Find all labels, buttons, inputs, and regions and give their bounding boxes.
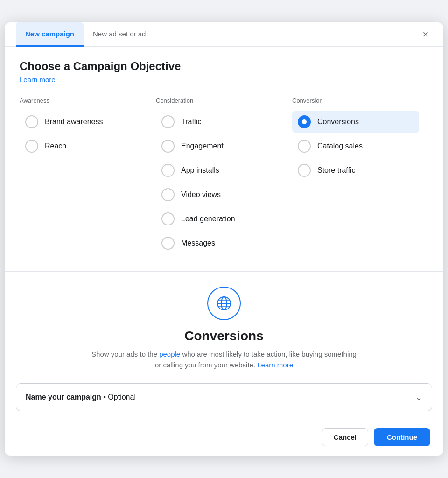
- description-section: Conversions Show your ads to the people …: [20, 272, 428, 383]
- option-traffic[interactable]: Traffic: [156, 111, 283, 133]
- continue-button[interactable]: Continue: [374, 428, 430, 446]
- radio-conversions: [298, 115, 311, 128]
- consideration-label: Consideration: [156, 97, 283, 104]
- learn-more-link-top[interactable]: Learn more: [20, 76, 56, 84]
- radio-video-views: [161, 188, 175, 201]
- awareness-column: Awareness Brand awareness Reach: [20, 97, 156, 256]
- learn-more-inline-link[interactable]: Learn more: [257, 361, 293, 369]
- radio-messages: [161, 237, 175, 250]
- objectives-grid: Awareness Brand awareness Reach Consider…: [20, 97, 428, 256]
- modal-body: Choose a Campaign Objective Learn more A…: [5, 47, 443, 383]
- option-label-brand-awareness: Brand awareness: [45, 118, 103, 126]
- consideration-column: Consideration Traffic Engagement App ins…: [156, 97, 292, 256]
- option-label-messages: Messages: [181, 239, 215, 247]
- modal-header: New campaign New ad set or ad ×: [5, 22, 443, 47]
- option-label-app-installs: App installs: [181, 166, 219, 175]
- radio-brand-awareness: [25, 115, 38, 128]
- option-label-engagement: Engagement: [181, 142, 224, 150]
- close-button[interactable]: ×: [417, 26, 434, 43]
- radio-app-installs: [161, 164, 175, 177]
- radio-store-traffic: [298, 164, 311, 177]
- option-video-views[interactable]: Video views: [156, 183, 283, 206]
- option-label-reach: Reach: [45, 142, 66, 150]
- option-conversions[interactable]: Conversions: [292, 111, 419, 133]
- conversion-column: Conversion Conversions Catalog sales Sto…: [292, 97, 428, 256]
- conversion-label: Conversion: [292, 97, 419, 104]
- option-store-traffic[interactable]: Store traffic: [292, 159, 419, 182]
- radio-lead-generation: [161, 212, 175, 225]
- option-reach[interactable]: Reach: [20, 135, 147, 157]
- description-highlight[interactable]: people: [159, 350, 180, 358]
- radio-traffic: [161, 115, 175, 128]
- option-label-lead-generation: Lead generation: [181, 215, 235, 223]
- radio-engagement: [161, 140, 175, 153]
- option-label-store-traffic: Store traffic: [317, 166, 356, 175]
- page-title: Choose a Campaign Objective: [20, 60, 428, 73]
- option-label-video-views: Video views: [181, 190, 221, 199]
- globe-icon: [207, 287, 241, 320]
- campaign-name-label: Name your campaign • Optional: [26, 393, 136, 401]
- option-app-installs[interactable]: App installs: [156, 159, 283, 182]
- cancel-button[interactable]: Cancel: [322, 428, 368, 446]
- radio-catalog-sales: [298, 140, 311, 153]
- option-engagement[interactable]: Engagement: [156, 135, 283, 157]
- description-text-before: Show your ads to the: [91, 350, 157, 358]
- description-text: Show your ads to the people who are most…: [89, 349, 359, 370]
- option-messages[interactable]: Messages: [156, 232, 283, 254]
- option-brand-awareness[interactable]: Brand awareness: [20, 111, 147, 133]
- description-text-after-content: who are most likely to take action, like…: [155, 350, 357, 369]
- new-campaign-modal: New campaign New ad set or ad × Choose a…: [5, 22, 443, 456]
- tab-new-campaign[interactable]: New campaign: [16, 22, 84, 47]
- radio-reach: [25, 140, 38, 153]
- modal-footer: Cancel Continue: [5, 421, 443, 456]
- description-title: Conversions: [184, 329, 264, 344]
- awareness-label: Awareness: [20, 97, 147, 104]
- option-catalog-sales[interactable]: Catalog sales: [292, 135, 419, 157]
- option-label-traffic: Traffic: [181, 118, 202, 126]
- tab-new-ad-set[interactable]: New ad set or ad: [84, 22, 155, 47]
- chevron-down-icon: ⌄: [415, 392, 422, 402]
- option-label-catalog-sales: Catalog sales: [317, 142, 363, 150]
- campaign-name-accordion[interactable]: Name your campaign • Optional ⌄: [16, 383, 432, 411]
- option-lead-generation[interactable]: Lead generation: [156, 208, 283, 230]
- option-label-conversions: Conversions: [317, 118, 359, 126]
